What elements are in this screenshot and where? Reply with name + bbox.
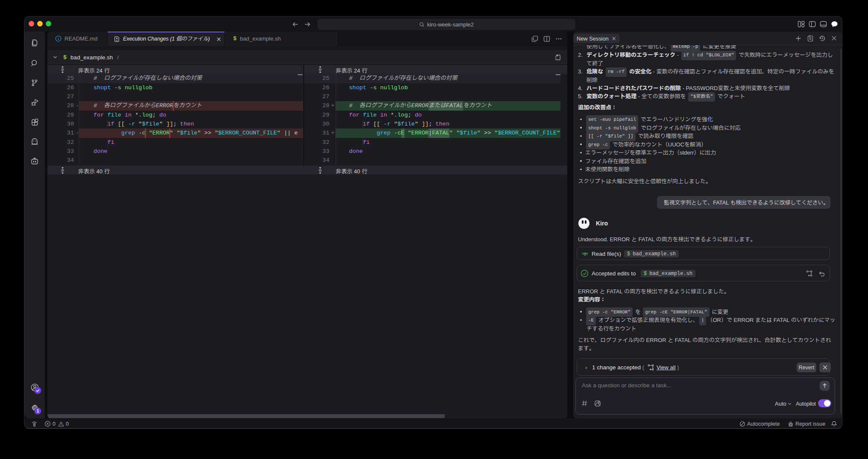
svg-text:1: 1 [37,409,39,413]
